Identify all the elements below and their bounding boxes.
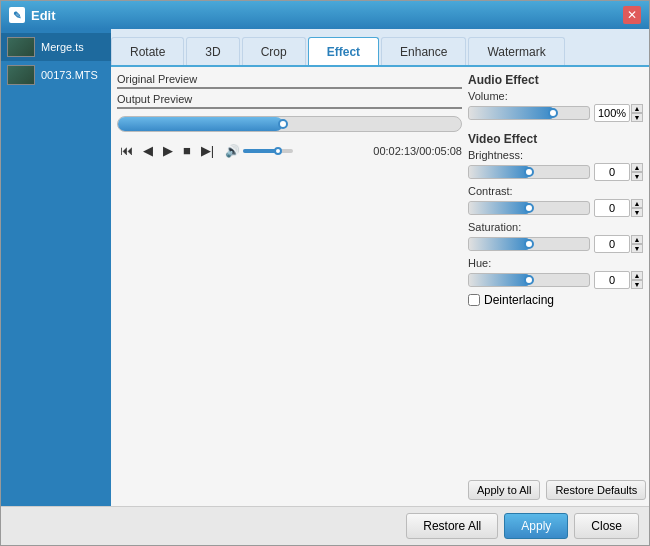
prev-frame-button[interactable]: ◀ — [140, 142, 156, 159]
output-preview-label: Output Preview — [117, 93, 462, 105]
contrast-spin-up[interactable]: ▲ — [631, 199, 643, 208]
brightness-value-input[interactable] — [594, 163, 630, 181]
saturation-slider-row: ▲ ▼ — [468, 235, 643, 253]
volume-thumb[interactable] — [274, 147, 282, 155]
volume-h-fill — [469, 107, 553, 119]
volume-h-thumb[interactable] — [548, 108, 558, 118]
app-icon: ✎ — [9, 7, 25, 23]
apply-to-all-button[interactable]: Apply to All — [468, 480, 540, 500]
timeline-slider[interactable] — [117, 116, 462, 132]
volume-slider-row: ▲ ▼ — [468, 104, 643, 122]
close-window-button[interactable]: ✕ — [623, 6, 641, 24]
apply-defaults-row: Apply to All Restore Defaults — [468, 480, 643, 500]
brightness-spin-down[interactable]: ▼ — [631, 172, 643, 181]
brightness-value-box: ▲ ▼ — [594, 163, 643, 181]
contrast-slider-row: ▲ ▼ — [468, 199, 643, 217]
edit-window: ✎ Edit ✕ Merge.ts 00173.MTS — [0, 0, 650, 546]
restore-defaults-button[interactable]: Restore Defaults — [546, 480, 646, 500]
time-display: 00:02:13/00:05:08 — [373, 145, 462, 157]
apply-button[interactable]: Apply — [504, 513, 568, 539]
contrast-value-input[interactable] — [594, 199, 630, 217]
hue-slider-row: ▲ ▼ — [468, 271, 643, 289]
tab-rotate[interactable]: Rotate — [111, 37, 184, 65]
saturation-slider[interactable] — [468, 237, 590, 251]
video-effect-section: Video Effect Brightness: ▲ — [468, 132, 643, 307]
volume-h-slider[interactable] — [468, 106, 590, 120]
stop-button[interactable]: ■ — [180, 142, 194, 159]
hue-label: Hue: — [468, 257, 643, 269]
main-area: Merge.ts 00173.MTS Rotate 3D Crop Effect… — [1, 29, 649, 506]
contrast-thumb[interactable] — [524, 203, 534, 213]
content-area: Rotate 3D Crop Effect Enhance Watermark … — [111, 29, 649, 506]
brightness-spin: ▲ ▼ — [631, 163, 643, 181]
deinterlacing-row: Deinterlacing — [468, 293, 643, 307]
saturation-thumb[interactable] — [524, 239, 534, 249]
contrast-value-box: ▲ ▼ — [594, 199, 643, 217]
hue-value-input[interactable] — [594, 271, 630, 289]
hue-value-box: ▲ ▼ — [594, 271, 643, 289]
previews-panel: Original Preview — [117, 73, 462, 500]
hue-spin-up[interactable]: ▲ — [631, 271, 643, 280]
hue-slider[interactable] — [468, 273, 590, 287]
tab-enhance[interactable]: Enhance — [381, 37, 466, 65]
sidebar: Merge.ts 00173.MTS — [1, 29, 111, 506]
play-button[interactable]: ▶ — [160, 142, 176, 159]
tab-effect[interactable]: Effect — [308, 37, 379, 65]
bottom-bar: Restore All Apply Close — [1, 506, 649, 545]
brightness-slider[interactable] — [468, 165, 590, 179]
volume-spin: ▲ ▼ — [631, 104, 643, 122]
volume-slider[interactable] — [243, 149, 293, 153]
timeline-thumb[interactable] — [278, 119, 288, 129]
contrast-label: Contrast: — [468, 185, 643, 197]
sidebar-item-merge[interactable]: Merge.ts — [1, 33, 111, 61]
brightness-label: Brightness: — [468, 149, 643, 161]
saturation-fill — [469, 238, 529, 250]
next-frame-button[interactable]: ▶| — [198, 142, 217, 159]
saturation-spin-up[interactable]: ▲ — [631, 235, 643, 244]
skip-start-button[interactable]: ⏮ — [117, 142, 136, 159]
deinterlacing-label: Deinterlacing — [484, 293, 554, 307]
saturation-value-input[interactable] — [594, 235, 630, 253]
saturation-value-box: ▲ ▼ — [594, 235, 643, 253]
tabs: Rotate 3D Crop Effect Enhance Watermark — [111, 29, 649, 67]
title-bar: ✎ Edit ✕ — [1, 1, 649, 29]
hue-thumb[interactable] — [524, 275, 534, 285]
deinterlacing-checkbox[interactable] — [468, 294, 480, 306]
crop-center-icon: ✛ — [283, 89, 296, 90]
tab-3d[interactable]: 3D — [186, 37, 239, 65]
saturation-label: Saturation: — [468, 221, 643, 233]
original-preview-video: ✛ — [117, 87, 462, 89]
right-panel: Audio Effect Volume: ▲ ▼ — [468, 73, 643, 500]
contrast-slider[interactable] — [468, 201, 590, 215]
sidebar-item-file[interactable]: 00173.MTS — [1, 61, 111, 89]
output-preview-section: Output Preview — [117, 93, 462, 109]
restore-all-button[interactable]: Restore All — [406, 513, 498, 539]
hue-fill — [469, 274, 529, 286]
sidebar-thumb-file — [7, 65, 35, 85]
contrast-fill — [469, 202, 529, 214]
saturation-spin-down[interactable]: ▼ — [631, 244, 643, 253]
hue-spin-down[interactable]: ▼ — [631, 280, 643, 289]
contrast-spin-down[interactable]: ▼ — [631, 208, 643, 217]
volume-spin-down[interactable]: ▼ — [631, 113, 643, 122]
audio-effect-section: Audio Effect Volume: ▲ ▼ — [468, 73, 643, 126]
close-button[interactable]: Close — [574, 513, 639, 539]
brightness-thumb[interactable] — [524, 167, 534, 177]
brightness-spin-up[interactable]: ▲ — [631, 163, 643, 172]
tab-crop[interactable]: Crop — [242, 37, 306, 65]
volume-icon: 🔊 — [225, 144, 240, 158]
volume-control: 🔊 — [225, 144, 293, 158]
volume-spin-up[interactable]: ▲ — [631, 104, 643, 113]
body-area: Original Preview — [111, 67, 649, 506]
volume-value-box: ▲ ▼ — [594, 104, 643, 122]
audio-effect-title: Audio Effect — [468, 73, 643, 87]
tab-watermark[interactable]: Watermark — [468, 37, 564, 65]
brightness-fill — [469, 166, 529, 178]
original-preview-section: Original Preview — [117, 73, 462, 89]
window-title: Edit — [31, 8, 623, 23]
volume-label: Volume: — [468, 90, 643, 102]
saturation-spin: ▲ ▼ — [631, 235, 643, 253]
transport-controls: ⏮ ◀ ▶ ■ ▶| 🔊 00:02:13/00:05:08 — [117, 139, 462, 162]
volume-value-input[interactable] — [594, 104, 630, 122]
brightness-slider-row: ▲ ▼ — [468, 163, 643, 181]
